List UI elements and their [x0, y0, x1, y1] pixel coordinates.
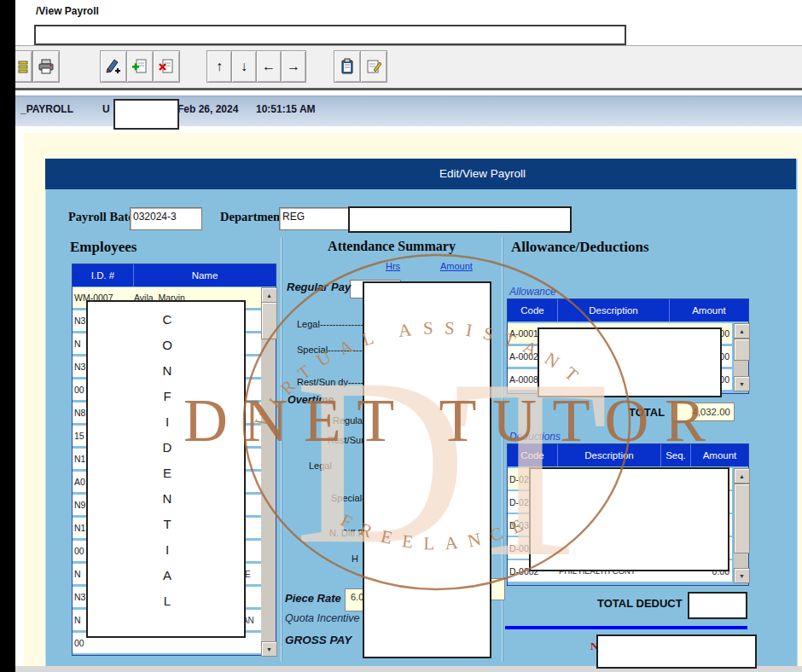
payroll-app-screen: /View Payroll — [0, 0, 802, 672]
col-code-header: Code — [508, 444, 558, 466]
left-arrow-icon: ← — [262, 60, 276, 73]
attendance-row-label: H — [352, 553, 358, 564]
scroll-up-icon[interactable]: ▲ — [734, 323, 750, 339]
employee-id: 15 — [73, 431, 84, 441]
employee-id: A0 — [73, 477, 85, 487]
right-arrow-icon: → — [287, 60, 300, 73]
up-arrow-icon: ↑ — [216, 60, 223, 73]
quota-incentive-label: Quota Incentive — [285, 612, 360, 624]
section-divider-1 — [281, 237, 282, 662]
confidential-overlay-netpay — [596, 634, 757, 669]
delete-record-button[interactable] — [153, 50, 180, 83]
attendance-row-label: Overtime — [288, 394, 334, 406]
confidential-overlay-allowance — [538, 327, 722, 397]
status-date: Feb 26, 2024 — [177, 103, 238, 115]
move-down-button[interactable]: ↓ — [231, 50, 257, 83]
add-record-button[interactable] — [126, 50, 154, 83]
employees-table-header: I.D. # Name — [73, 264, 276, 287]
attendance-row-label: Legal — [309, 461, 332, 471]
clipboard-button[interactable] — [334, 50, 361, 83]
scroll-down-icon[interactable]: ▼ — [734, 568, 750, 583]
scroll-up-icon[interactable]: ▲ — [261, 287, 277, 303]
net-pay-divider — [505, 626, 747, 629]
employee-name-fragment: E — [245, 570, 251, 579]
employee-id: 00 — [73, 385, 84, 395]
employee-id: N — [73, 569, 81, 579]
attendance-row-label: Rest/Sun — [328, 435, 366, 445]
edit-notes-icon — [365, 58, 382, 75]
confidential-overlay-deductions — [529, 467, 729, 571]
clipboard-icon — [339, 58, 356, 75]
total-deduct-label: TOTAL DEDUCT — [597, 597, 683, 610]
total-deduct-value — [688, 592, 747, 619]
employee-id: N8 — [73, 408, 85, 418]
status-time: 10:51:15 AM — [256, 103, 316, 115]
col-name-header: Name — [134, 264, 276, 287]
scroll-thumb[interactable] — [261, 302, 277, 339]
employee-id: N1 — [73, 523, 85, 533]
module-label: _PAYROLL — [20, 103, 73, 115]
allowance-deductions-title: Allowance/Deductions — [511, 239, 649, 256]
print-button[interactable] — [32, 50, 60, 83]
move-right-button[interactable]: → — [281, 50, 306, 83]
confidential-overlay-employees: CONFIDENTIAL — [86, 300, 246, 638]
col-code-header: Code — [508, 299, 558, 322]
down-arrow-icon: ↓ — [241, 60, 247, 73]
allowance-table-header: Code Description Amount — [508, 299, 748, 322]
employee-id: N — [73, 615, 81, 625]
attendance-row-label: Legal----------------- — [297, 319, 373, 329]
deductions-scrollbar[interactable]: ▲ ▼ — [734, 468, 748, 582]
amount-column-label: Amount — [440, 261, 473, 271]
move-up-button[interactable]: ↑ — [206, 50, 232, 83]
department-input[interactable]: REG — [279, 207, 350, 230]
left-edge-bar — [0, 0, 15, 672]
employee-id: 00 — [73, 546, 84, 556]
confidential-overlay-attendance — [363, 281, 491, 658]
confidential-overlay-user — [113, 99, 179, 130]
confidential-overlay-department — [348, 206, 572, 233]
deductions-label: Deductions — [509, 431, 561, 443]
piece-rate-label: Piece Rate — [285, 592, 341, 605]
employee-id: 00 — [73, 638, 84, 648]
allowance-total-value: 4,032.00 — [671, 403, 735, 421]
employee-id: N3 — [73, 316, 85, 326]
col-seq-header: Seq. — [661, 444, 691, 466]
attendance-row-label: Regular Pay — [287, 281, 351, 293]
scroll-down-icon[interactable]: ▼ — [261, 641, 277, 657]
printer-icon — [38, 58, 55, 75]
confidential-text: CONFIDENTIAL — [158, 312, 175, 619]
employee-id: N1 — [73, 454, 85, 464]
department-label: Department — [220, 210, 284, 224]
hrs-column-label: Hrs — [386, 261, 400, 271]
scroll-up-icon[interactable]: ▲ — [734, 468, 750, 484]
user-label: U — [102, 103, 110, 115]
employees-heading: Employees — [70, 239, 137, 256]
allowance-total-label: TOTAL — [629, 406, 665, 419]
allowance-scrollbar[interactable]: ▲ ▼ — [734, 323, 748, 390]
panel-title: Edit/View Payroll — [45, 159, 796, 189]
scroll-down-icon[interactable]: ▼ — [734, 376, 750, 391]
move-left-button[interactable]: ← — [256, 50, 282, 83]
deductions-table-header: Code Description Seq. Amount — [508, 444, 748, 466]
edit-notes-button[interactable] — [360, 50, 387, 83]
employees-scrollbar[interactable]: ▲ ▼ — [261, 287, 276, 655]
payroll-batch-input[interactable]: 032024-3 — [130, 207, 202, 230]
delete-record-icon — [158, 58, 175, 75]
col-amount-header: Amount — [691, 444, 748, 466]
window-title: /View Payroll — [36, 5, 99, 17]
scroll-thumb[interactable] — [734, 339, 750, 361]
col-desc-header: Description — [558, 299, 670, 322]
address-input[interactable] — [34, 25, 626, 45]
col-amount-header: Amount — [670, 299, 748, 322]
employee-id: N3 — [73, 592, 85, 602]
allowance-label: Allowance — [509, 286, 556, 298]
employee-id: N3 — [73, 362, 85, 372]
attendance-heading: Attendance Summary — [283, 239, 500, 254]
col-id-header: I.D. # — [73, 264, 134, 287]
add-record-icon — [131, 58, 148, 75]
format-button[interactable] — [100, 50, 127, 83]
scroll-thumb[interactable] — [734, 484, 750, 553]
col-desc-header: Description — [558, 444, 661, 466]
attendance-row-label: N. Diff R — [329, 528, 364, 538]
employee-id: N — [73, 339, 81, 349]
